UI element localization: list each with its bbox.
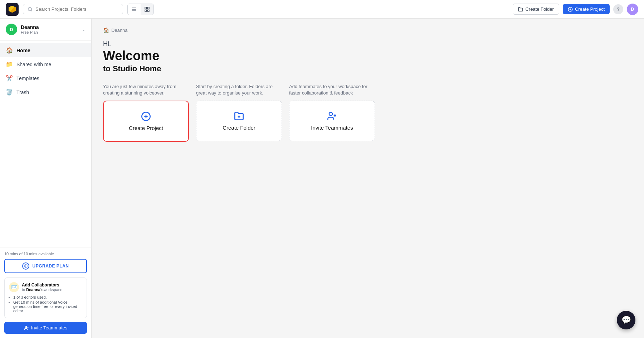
svg-rect-7 [145,10,147,11]
avatar[interactable]: D [627,4,638,15]
invite-card-subtitle: to Deanna'sworkspace [22,288,62,292]
sidebar-item-home[interactable]: 🏠 Home [0,43,91,57]
user-info: Deanna Free Plan [21,24,39,34]
invite-card-text: Add Collaborators to Deanna'sworkspace [22,283,62,292]
create-project-card-label: Create Project [129,125,163,131]
help-icon: ? [617,6,620,12]
action-column-invite-teammates: Add teammates to your workspace for fast… [289,83,375,142]
sidebar-item-trash[interactable]: 🗑️ Trash [0,85,91,99]
sidebar-bottom: 10 mins of 10 mins available UPGRADE PLA… [0,247,91,338]
sidebar-item-shared[interactable]: 📁 Shared with me [0,57,91,71]
breadcrumb: 🏠 Deanna [103,27,633,33]
search-input[interactable] [35,6,118,12]
create-folder-card[interactable]: Create Folder [196,101,282,141]
sidebar-item-templates[interactable]: ✂️ Templates [0,71,91,85]
templates-icon: ✂️ [6,75,13,82]
upgrade-icon [22,262,29,270]
invite-teammates-card-label: Invite Teammates [311,125,353,131]
create-project-card[interactable]: Create Project [103,101,189,142]
invite-icon [24,325,29,330]
chat-icon: 💬 [621,315,631,325]
invite-teammates-sidebar-button[interactable]: Invite Teammates [4,322,87,334]
shared-icon: 📁 [6,61,13,68]
plus-icon [568,7,573,12]
invite-card-header: ✉️ Add Collaborators to Deanna'sworkspac… [9,282,82,292]
folder-icon [518,7,523,12]
grid-view-button[interactable] [141,4,153,15]
view-toggle [127,4,154,15]
home-breadcrumb-icon: 🏠 [103,27,109,33]
create-folder-button[interactable]: Create Folder [513,4,559,15]
svg-point-23 [329,112,332,116]
upgrade-plan-button[interactable]: UPGRADE PLAN [4,259,87,273]
header-left [6,3,154,16]
svg-point-0 [28,7,31,10]
sidebar-item-home-label: Home [16,48,30,53]
welcome-title: Welcome [103,48,633,63]
sidebar-item-shared-label: Shared with me [16,62,51,67]
search-bar[interactable] [23,4,123,14]
user-name: Deanna [21,24,39,30]
svg-rect-6 [147,7,149,9]
user-avatar: D [6,24,17,35]
envelope-icon: ✉️ [9,282,19,292]
home-icon: 🏠 [6,47,13,54]
logo-icon [9,6,16,13]
invite-teammates-label: Invite Teammates [31,325,68,330]
create-project-header-button[interactable]: Create Project [563,4,610,14]
breadcrumb-label: Deanna [111,28,128,33]
invite-teammates-icon [327,111,337,121]
invite-teammates-card[interactable]: Invite Teammates [289,101,375,141]
welcome-subtitle: to Studio Home [103,64,633,73]
action-desc-create-project: You are just few minutes away from creat… [103,83,189,96]
top-header: Create Folder Create Project ? D [0,0,644,19]
header-right: Create Folder Create Project ? D [513,4,638,15]
trash-icon: 🗑️ [6,89,13,96]
action-column-create-folder: Start by creating a folder. Folders are … [196,83,282,142]
chevron-down-icon: ⌄ [82,27,86,32]
action-desc-invite-teammates: Add teammates to your workspace for fast… [289,83,375,96]
sidebar-user[interactable]: D Deanna Free Plan ⌄ [0,19,91,40]
create-folder-card-label: Create Folder [223,125,255,131]
invite-card: ✉️ Add Collaborators to Deanna'sworkspac… [4,277,87,318]
invite-card-list-item: 1 of 3 editors used. [13,295,82,299]
svg-point-15 [25,326,27,328]
chat-button[interactable]: 💬 [617,311,635,329]
welcome-greeting: Hi, [103,40,633,48]
minutes-info: 10 mins of 10 mins available [4,252,87,256]
sidebar-user-left: D Deanna Free Plan [6,24,39,35]
list-view-button[interactable] [128,4,141,15]
svg-rect-8 [147,10,149,11]
sidebar-item-templates-label: Templates [16,76,39,81]
invite-card-title: Add Collaborators [22,283,62,288]
action-column-create-project: You are just few minutes away from creat… [103,83,189,142]
help-button[interactable]: ? [613,4,623,14]
layout: D Deanna Free Plan ⌄ 🏠 Home 📁 Shared wit… [0,19,644,338]
create-project-label: Create Project [575,6,605,12]
create-folder-icon [234,111,244,121]
sidebar: D Deanna Free Plan ⌄ 🏠 Home 📁 Shared wit… [0,19,92,338]
actions-grid: You are just few minutes away from creat… [103,83,633,142]
upgrade-plan-label: UPGRADE PLAN [32,264,69,269]
svg-line-1 [31,10,32,11]
sidebar-nav: 🏠 Home 📁 Shared with me ✂️ Templates 🗑️ … [0,40,91,247]
invite-card-list-item: Get 10 mins of additional Voice generati… [13,300,82,313]
create-project-icon [141,111,151,121]
user-plan: Free Plan [21,30,39,34]
logo-mark[interactable] [6,3,19,16]
svg-rect-5 [145,7,147,9]
search-icon [28,7,33,12]
sidebar-item-trash-label: Trash [16,90,29,95]
invite-card-list: 1 of 3 editors used. Get 10 mins of addi… [13,295,82,313]
create-folder-label: Create Folder [525,6,553,12]
action-desc-create-folder: Start by creating a folder. Folders are … [196,83,282,96]
main-content: 🏠 Deanna Hi, Welcome to Studio Home You … [92,19,644,338]
